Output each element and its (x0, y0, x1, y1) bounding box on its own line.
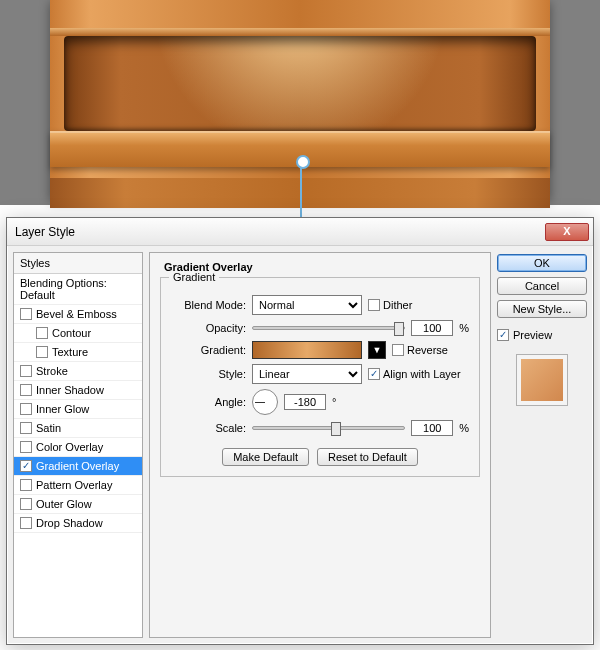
angle-degree: ° (332, 396, 336, 408)
reverse-checkbox[interactable]: Reverse (392, 344, 448, 356)
style-label-pattern: Pattern Overlay (36, 479, 112, 491)
style-checkbox-bevel[interactable] (20, 308, 32, 320)
settings-panel: Gradient Overlay Gradient Blend Mode: No… (149, 252, 491, 638)
dither-checkbox[interactable]: Dither (368, 299, 412, 311)
style-label-grad: Gradient Overlay (36, 460, 119, 472)
titlebar[interactable]: Layer Style X (7, 218, 593, 246)
style-label-contour: Contour (52, 327, 91, 339)
scale-label: Scale: (171, 422, 246, 434)
style-label-drop: Drop Shadow (36, 517, 103, 529)
angle-label: Angle: (171, 396, 246, 408)
shelf-recess (64, 36, 536, 131)
scale-percent: % (459, 422, 469, 434)
reset-default-button[interactable]: Reset to Default (317, 448, 418, 466)
close-icon: X (563, 226, 570, 237)
preview-checkbox[interactable]: ✓ Preview (497, 329, 587, 341)
cancel-button[interactable]: Cancel (497, 277, 587, 295)
style-row-texture[interactable]: Texture (14, 343, 142, 362)
style-checkbox-contour[interactable] (36, 327, 48, 339)
style-checkbox-inshad[interactable] (20, 384, 32, 396)
right-button-panel: OK Cancel New Style... ✓ Preview (497, 252, 587, 638)
style-label-texture: Texture (52, 346, 88, 358)
angle-input[interactable] (284, 394, 326, 410)
reverse-label: Reverse (407, 344, 448, 356)
reverse-chk-box (392, 344, 404, 356)
align-checkbox[interactable]: ✓ Align with Layer (368, 368, 461, 380)
gradient-fieldset: Gradient Blend Mode: Normal Dither Opaci… (160, 277, 480, 477)
shelf-top-lip (50, 28, 550, 36)
scale-slider[interactable] (252, 426, 405, 430)
style-label-bevel: Bevel & Emboss (36, 308, 117, 320)
style-row-drop[interactable]: Drop Shadow (14, 514, 142, 533)
new-style-button[interactable]: New Style... (497, 300, 587, 318)
blending-options-row[interactable]: Blending Options: Default (14, 274, 142, 305)
style-row-grad[interactable]: ✓Gradient Overlay (14, 457, 142, 476)
style-row-pattern[interactable]: Pattern Overlay (14, 476, 142, 495)
styles-header[interactable]: Styles (14, 253, 142, 274)
close-button[interactable]: X (545, 223, 589, 241)
ok-button[interactable]: OK (497, 254, 587, 272)
opacity-label: Opacity: (171, 322, 246, 334)
scale-input[interactable] (411, 420, 453, 436)
canvas-background (0, 0, 600, 205)
style-checkbox-texture[interactable] (36, 346, 48, 358)
gradient-swatch[interactable] (252, 341, 362, 359)
style-row-satin[interactable]: Satin (14, 419, 142, 438)
opacity-input[interactable] (411, 320, 453, 336)
make-default-button[interactable]: Make Default (222, 448, 309, 466)
style-label-color: Color Overlay (36, 441, 103, 453)
fieldset-legend: Gradient (169, 271, 219, 283)
style-row-contour[interactable]: Contour (14, 324, 142, 343)
layer-style-dialog: Layer Style X Styles Blending Options: D… (6, 217, 594, 645)
dialog-title: Layer Style (15, 225, 75, 239)
blend-mode-label: Blend Mode: (171, 299, 246, 311)
style-row-inshad[interactable]: Inner Shadow (14, 381, 142, 400)
style-label-satin: Satin (36, 422, 61, 434)
style-row-inglow[interactable]: Inner Glow (14, 400, 142, 419)
style-label: Style: (171, 368, 246, 380)
dither-label: Dither (383, 299, 412, 311)
preview-label: Preview (513, 329, 552, 341)
style-checkbox-pattern[interactable] (20, 479, 32, 491)
opacity-percent: % (459, 322, 469, 334)
style-checkbox-inglow[interactable] (20, 403, 32, 415)
style-checkbox-outglow[interactable] (20, 498, 32, 510)
preview-chk-box: ✓ (497, 329, 509, 341)
style-checkbox-satin[interactable] (20, 422, 32, 434)
blend-mode-select[interactable]: Normal (252, 295, 362, 315)
style-row-outglow[interactable]: Outer Glow (14, 495, 142, 514)
style-checkbox-drop[interactable] (20, 517, 32, 529)
style-row-stroke[interactable]: Stroke (14, 362, 142, 381)
style-select[interactable]: Linear (252, 364, 362, 384)
style-label-stroke: Stroke (36, 365, 68, 377)
align-chk-box: ✓ (368, 368, 380, 380)
gradient-label: Gradient: (171, 344, 246, 356)
style-row-color[interactable]: Color Overlay (14, 438, 142, 457)
style-checkbox-grad[interactable]: ✓ (20, 460, 32, 472)
style-label-outglow: Outer Glow (36, 498, 92, 510)
dialog-body: Styles Blending Options: Default Bevel &… (13, 252, 587, 638)
preview-swatch (516, 354, 568, 406)
opacity-slider[interactable] (252, 326, 405, 330)
align-label: Align with Layer (383, 368, 461, 380)
dither-chk-box (368, 299, 380, 311)
gradient-dropdown-icon[interactable]: ▼ (368, 341, 386, 359)
styles-panel: Styles Blending Options: Default Bevel &… (13, 252, 143, 638)
angle-dial[interactable] (252, 389, 278, 415)
style-label-inshad: Inner Shadow (36, 384, 104, 396)
blending-options-label: Blending Options: Default (20, 277, 136, 301)
style-label-inglow: Inner Glow (36, 403, 89, 415)
style-checkbox-color[interactable] (20, 441, 32, 453)
style-checkbox-stroke[interactable] (20, 365, 32, 377)
style-row-bevel[interactable]: Bevel & Emboss (14, 305, 142, 324)
callout-line (300, 160, 302, 218)
